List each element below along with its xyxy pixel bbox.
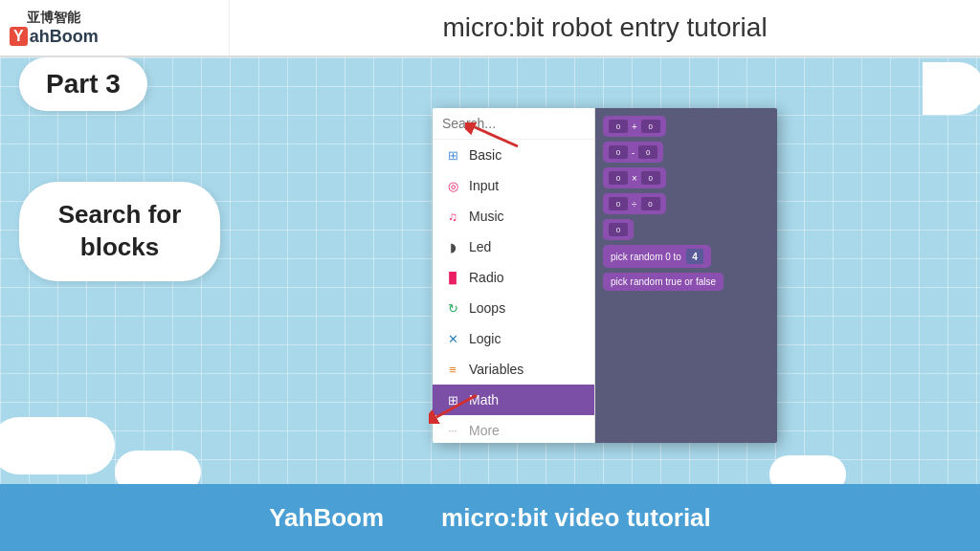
variables-label: Variables <box>469 362 523 377</box>
svg-line-3 <box>436 395 477 417</box>
sidebar-item-logic[interactable]: ✕ Logic <box>433 323 594 354</box>
sidebar-item-radio[interactable]: ▐▌ Radio <box>433 262 594 293</box>
search-arrow-svg <box>465 122 523 151</box>
arrow-to-math <box>429 390 481 428</box>
logo-brand: Y ahBoom <box>10 27 99 47</box>
svg-line-1 <box>475 127 518 146</box>
block-4-input-right: 0 <box>641 197 660 210</box>
loops-label: Loops <box>469 300 505 316</box>
block-1: 0 + 0 <box>603 116 666 137</box>
header-title: micro:bit robot entry tutorial <box>230 12 980 43</box>
part-badge: Part 3 <box>19 57 147 111</box>
footer-description: micro:bit video tutorial <box>441 503 711 533</box>
block-2: 0 - 0 <box>603 142 663 163</box>
arrow-to-search <box>465 122 523 155</box>
logo-brand-suffix: ahBoom <box>30 27 99 47</box>
block-pick-random-bool: pick random true or false <box>603 273 724 291</box>
block-4-input-left: 0 <box>609 197 628 210</box>
block-2-input-left: 0 <box>609 145 628 159</box>
blocks-area: 0 + 0 0 - 0 0 × 0 0 ÷ 0 <box>595 108 777 443</box>
block-3-input-left: 0 <box>609 171 628 185</box>
variables-icon: ≡ <box>444 361 461 378</box>
math-arrow-svg <box>429 390 481 424</box>
sidebar-item-music[interactable]: ♫ Music <box>433 201 594 231</box>
loops-icon: ↻ <box>444 299 461 317</box>
music-label: Music <box>469 209 504 224</box>
left-column: Part 3 Search for blocks <box>0 57 230 484</box>
input-icon: ◎ <box>444 177 461 194</box>
block-5: 0 <box>603 219 634 240</box>
block-pick-random: pick random 0 to 4 <box>603 245 711 268</box>
search-badge-line1: Search for <box>58 200 182 229</box>
logo-area: 亚博智能 Y ahBoom <box>0 0 230 55</box>
logic-label: Logic <box>469 331 501 346</box>
logic-icon: ✕ <box>444 330 461 347</box>
sidebar-item-led[interactable]: ◗ Led <box>433 231 594 262</box>
blockly-panel: 🔍 ⊞ Basic ◎ Input ♫ Music <box>433 108 777 443</box>
header: 亚博智能 Y ahBoom micro:bit robot entry tuto… <box>0 0 980 57</box>
search-badge: Search for blocks <box>19 182 220 281</box>
search-badge-line2: blocks <box>80 232 159 261</box>
input-label: Input <box>469 178 499 193</box>
logo-text: 亚博智能 Y ahBoom <box>10 10 99 47</box>
main-content: 🔍 ⊞ Basic ◎ Input ♫ Music <box>230 57 980 484</box>
basic-icon: ⊞ <box>444 146 461 164</box>
block-1-input-left: 0 <box>609 120 628 133</box>
pick-random-bool-label: pick random true or false <box>611 276 716 287</box>
sidebar-item-input[interactable]: ◎ Input <box>433 170 594 201</box>
logo-y: Y <box>10 27 28 46</box>
footer: YahBoom micro:bit video tutorial <box>0 484 980 551</box>
block-5-input: 0 <box>609 223 628 236</box>
sidebar-item-variables[interactable]: ≡ Variables <box>433 354 594 385</box>
radio-icon: ▐▌ <box>444 269 461 286</box>
led-label: Led <box>469 239 491 254</box>
led-icon: ◗ <box>444 238 461 255</box>
footer-brand: YahBoom <box>269 503 384 533</box>
block-2-input-right: 0 <box>638 145 657 159</box>
pick-random-input: 4 <box>686 249 703 264</box>
pick-random-label: pick random 0 to <box>611 252 681 262</box>
logo-zh-text: 亚博智能 <box>27 10 80 27</box>
cloud-bl <box>0 417 115 474</box>
block-4: 0 ÷ 0 <box>603 193 666 214</box>
block-3: 0 × 0 <box>603 167 666 188</box>
sidebar-item-loops[interactable]: ↻ Loops <box>433 293 594 323</box>
radio-label: Radio <box>469 270 504 285</box>
music-icon: ♫ <box>444 208 461 225</box>
block-1-input-right: 0 <box>641 120 660 133</box>
block-3-input-right: 0 <box>641 171 660 185</box>
